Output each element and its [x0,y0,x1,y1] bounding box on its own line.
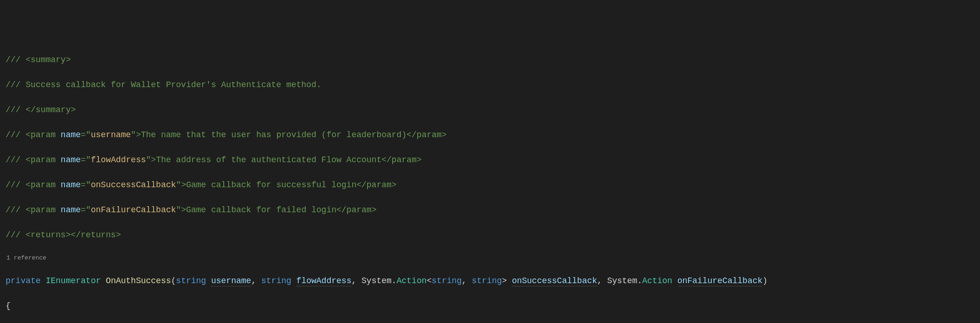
open-paren: ( [171,276,176,285]
xml-tag-close: > [181,180,186,190]
xml-eq: = [81,205,86,215]
doc-comment-line[interactable]: /// <param name="onFailureCallback">Game… [6,204,974,216]
xml-attr-name: name [61,180,81,190]
comma: , [251,276,261,285]
doc-comment-line[interactable]: /// </summary> [6,104,974,116]
doc-comment-line[interactable]: /// <returns></returns> [6,229,974,241]
doc-slashes: /// [6,230,26,240]
doc-slashes: /// [6,55,26,64]
access-modifier: private [6,276,41,285]
doc-slashes: /// [6,130,26,139]
type-name: Action [642,276,672,285]
doc-comment-line[interactable]: /// <param name="flowAddress">The addres… [6,154,974,166]
method-signature-line[interactable]: private IEnumerator OnAuthSuccess(string… [6,275,974,287]
xml-param-open: <param [26,205,61,215]
xml-param-end: </param> [356,180,396,190]
xml-param-name-value: onFailureCallback [91,205,176,215]
dot: . [637,276,642,285]
doc-slashes: /// [6,180,26,190]
doc-comment-line[interactable]: /// <param name="onSuccessCallback">Game… [6,179,974,191]
comma: , [597,276,607,285]
namespace: System [607,276,637,285]
xml-param-open: <param [26,180,61,190]
xml-param-desc: The address of the authenticated Flow Ac… [156,155,381,165]
xml-quote: " [86,130,91,139]
xml-param-end: </param> [381,155,421,165]
xml-eq: = [81,180,86,190]
angle-close: > [502,276,507,285]
param-type: string [261,276,291,285]
xml-tag-close: > [151,155,156,165]
xml-attr-name: name [61,155,81,165]
xml-quote: " [146,155,151,165]
generic-type: string [472,276,502,285]
comma: , [462,276,472,285]
xml-quote: " [86,155,91,165]
doc-slashes: /// [6,80,26,89]
xml-param-name-value: onSuccessCallback [91,180,176,190]
xml-tag-close: > [136,130,141,139]
xml-eq: = [81,130,86,139]
doc-slashes: /// [6,155,26,165]
param-name: username [211,276,251,286]
xml-returns: <returns></returns> [26,230,121,240]
xml-param-end: </param> [406,130,446,139]
method-name: OnAuthSuccess [106,276,171,285]
type-name: Action [397,276,427,285]
return-type: IEnumerator [45,276,101,285]
open-brace-line[interactable]: { [6,300,974,312]
xml-param-name-value: flowAddress [91,155,146,165]
xml-param-desc: Game callback for failed login [186,205,336,215]
xml-quote: " [86,205,91,215]
param-name: onFailureCallback [677,276,763,286]
close-paren: ) [762,276,767,285]
xml-param-name-value: username [91,130,131,139]
doc-summary-text: Success callback for Wallet Provider's A… [26,80,321,89]
dot: . [392,276,397,285]
xml-attr-name: name [61,205,81,215]
xml-param-desc: The name that the user has provided (for… [141,130,407,139]
xml-attr-name: name [61,130,81,139]
param-type: string [176,276,206,285]
doc-comment-line[interactable]: /// <summary> [6,54,974,66]
xml-quote: " [176,180,181,190]
open-brace: { [6,301,11,310]
xml-param-open: <param [26,155,61,165]
xml-param-end: </param> [336,205,376,215]
generic-type: string [432,276,462,285]
param-name: onSuccessCallback [512,276,597,286]
doc-comment-line[interactable]: /// <param name="username">The name that… [6,129,974,141]
doc-comment-line[interactable]: /// Success callback for Wallet Provider… [6,79,974,91]
codelens-references[interactable]: 1 reference [6,254,974,262]
namespace: System [361,276,392,285]
xml-param-desc: Game callback for successful login [186,180,356,190]
xml-quote: " [176,205,181,215]
xml-quote: " [86,180,91,190]
xml-quote: " [131,130,136,139]
comma: , [351,276,361,285]
xml-summary-open: <summary> [26,55,71,64]
doc-slashes: /// [6,205,26,215]
xml-tag-close: > [181,205,186,215]
angle-open: < [426,276,432,285]
xml-summary-close: </summary> [26,105,76,114]
doc-slashes: /// [6,105,26,114]
param-name: flowAddress [297,276,352,286]
xml-eq: = [81,155,86,165]
xml-param-open: <param [26,130,61,139]
